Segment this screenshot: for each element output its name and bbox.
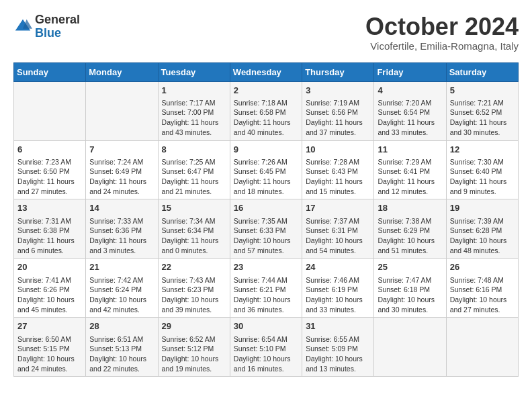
day-number: 27 [17, 320, 82, 332]
day-cell: 10Sunrise: 7:28 AMSunset: 6:43 PMDayligh… [302, 140, 374, 199]
week-row-1: 1Sunrise: 7:17 AMSunset: 7:00 PMDaylight… [14, 81, 519, 140]
day-cell: 30Sunrise: 6:54 AMSunset: 5:10 PMDayligh… [230, 318, 302, 377]
day-cell: 31Sunrise: 6:55 AMSunset: 5:09 PMDayligh… [302, 318, 374, 377]
day-info: Sunrise: 7:28 AMSunset: 6:43 PMDaylight:… [306, 157, 370, 197]
day-number: 24 [306, 261, 370, 273]
day-number: 22 [162, 261, 226, 273]
day-number: 13 [17, 202, 82, 214]
day-cell: 23Sunrise: 7:44 AMSunset: 6:21 PMDayligh… [230, 259, 302, 318]
day-info: Sunrise: 7:42 AMSunset: 6:24 PMDaylight:… [89, 275, 154, 315]
day-cell: 21Sunrise: 7:42 AMSunset: 6:24 PMDayligh… [86, 259, 158, 318]
day-info: Sunrise: 7:37 AMSunset: 6:31 PMDaylight:… [306, 216, 370, 256]
day-info: Sunrise: 7:34 AMSunset: 6:34 PMDaylight:… [162, 216, 226, 256]
day-info: Sunrise: 7:19 AMSunset: 6:56 PMDaylight:… [306, 98, 370, 138]
day-cell [446, 318, 518, 377]
day-info: Sunrise: 7:46 AMSunset: 6:19 PMDaylight:… [306, 275, 370, 315]
day-info: Sunrise: 7:47 AMSunset: 6:18 PMDaylight:… [378, 275, 442, 315]
day-cell: 29Sunrise: 6:52 AMSunset: 5:12 PMDayligh… [158, 318, 230, 377]
day-cell: 14Sunrise: 7:33 AMSunset: 6:36 PMDayligh… [86, 199, 158, 259]
day-number: 2 [234, 85, 298, 97]
day-number: 3 [306, 85, 370, 97]
day-number: 1 [162, 85, 226, 97]
header-row: SundayMondayTuesdayWednesdayThursdayFrid… [14, 62, 519, 81]
day-number: 7 [89, 144, 154, 156]
day-number: 23 [234, 261, 298, 273]
day-cell: 7Sunrise: 7:24 AMSunset: 6:49 PMDaylight… [86, 140, 158, 199]
day-cell: 28Sunrise: 6:51 AMSunset: 5:13 PMDayligh… [86, 318, 158, 377]
day-number: 31 [306, 320, 370, 332]
day-cell: 20Sunrise: 7:41 AMSunset: 6:26 PMDayligh… [14, 259, 86, 318]
title-block: October 2024 Vicofertile, Emilia-Romagna… [365, 13, 519, 52]
day-number: 16 [234, 202, 298, 214]
day-cell: 17Sunrise: 7:37 AMSunset: 6:31 PMDayligh… [302, 199, 374, 259]
day-info: Sunrise: 7:43 AMSunset: 6:23 PMDaylight:… [162, 275, 226, 315]
day-info: Sunrise: 7:29 AMSunset: 6:41 PMDaylight:… [378, 157, 442, 197]
day-cell: 13Sunrise: 7:31 AMSunset: 6:38 PMDayligh… [14, 199, 86, 259]
day-cell: 6Sunrise: 7:23 AMSunset: 6:50 PMDaylight… [14, 140, 86, 199]
header-cell-saturday: Saturday [446, 62, 518, 81]
day-number: 8 [162, 144, 226, 156]
logo-blue-text: Blue [35, 26, 61, 40]
day-cell: 15Sunrise: 7:34 AMSunset: 6:34 PMDayligh… [158, 199, 230, 259]
day-cell: 16Sunrise: 7:35 AMSunset: 6:33 PMDayligh… [230, 199, 302, 259]
day-info: Sunrise: 7:20 AMSunset: 6:54 PMDaylight:… [378, 98, 442, 138]
day-cell: 5Sunrise: 7:21 AMSunset: 6:52 PMDaylight… [446, 81, 518, 140]
day-cell: 27Sunrise: 6:50 AMSunset: 5:15 PMDayligh… [14, 318, 86, 377]
day-info: Sunrise: 7:25 AMSunset: 6:47 PMDaylight:… [162, 157, 226, 197]
day-number: 18 [378, 202, 442, 214]
day-info: Sunrise: 6:51 AMSunset: 5:13 PMDaylight:… [89, 334, 154, 374]
page-header: General Blue October 2024 Vicofertile, E… [13, 13, 519, 52]
day-info: Sunrise: 7:23 AMSunset: 6:50 PMDaylight:… [17, 157, 82, 197]
day-info: Sunrise: 7:38 AMSunset: 6:29 PMDaylight:… [378, 216, 442, 256]
location-subtitle: Vicofertile, Emilia-Romagna, Italy [365, 40, 519, 52]
day-info: Sunrise: 7:39 AMSunset: 6:28 PMDaylight:… [450, 216, 515, 256]
logo-general-text: General [35, 13, 80, 26]
day-number: 21 [89, 261, 154, 273]
day-number: 9 [234, 144, 298, 156]
day-info: Sunrise: 7:18 AMSunset: 6:58 PMDaylight:… [234, 98, 298, 138]
day-number: 17 [306, 202, 370, 214]
day-cell [374, 318, 446, 377]
day-number: 11 [378, 144, 442, 156]
day-cell: 11Sunrise: 7:29 AMSunset: 6:41 PMDayligh… [374, 140, 446, 199]
week-row-3: 13Sunrise: 7:31 AMSunset: 6:38 PMDayligh… [14, 199, 519, 259]
day-cell: 12Sunrise: 7:30 AMSunset: 6:40 PMDayligh… [446, 140, 518, 199]
day-cell: 2Sunrise: 7:18 AMSunset: 6:58 PMDaylight… [230, 81, 302, 140]
day-cell: 9Sunrise: 7:26 AMSunset: 6:45 PMDaylight… [230, 140, 302, 199]
week-row-5: 27Sunrise: 6:50 AMSunset: 5:15 PMDayligh… [14, 318, 519, 377]
header-cell-wednesday: Wednesday [230, 62, 302, 81]
day-info: Sunrise: 7:35 AMSunset: 6:33 PMDaylight:… [234, 216, 298, 256]
calendar-table: SundayMondayTuesdayWednesdayThursdayFrid… [13, 62, 519, 377]
day-info: Sunrise: 7:17 AMSunset: 7:00 PMDaylight:… [162, 98, 226, 138]
calendar-header: SundayMondayTuesdayWednesdayThursdayFrid… [14, 62, 519, 81]
day-cell: 3Sunrise: 7:19 AMSunset: 6:56 PMDaylight… [302, 81, 374, 140]
header-cell-thursday: Thursday [302, 62, 374, 81]
day-info: Sunrise: 7:26 AMSunset: 6:45 PMDaylight:… [234, 157, 298, 197]
month-title: October 2024 [365, 13, 519, 40]
day-cell: 19Sunrise: 7:39 AMSunset: 6:28 PMDayligh… [446, 199, 518, 259]
day-number: 30 [234, 320, 298, 332]
day-number: 12 [450, 144, 515, 156]
week-row-4: 20Sunrise: 7:41 AMSunset: 6:26 PMDayligh… [14, 259, 519, 318]
header-cell-tuesday: Tuesday [158, 62, 230, 81]
day-cell [86, 81, 158, 140]
day-cell: 18Sunrise: 7:38 AMSunset: 6:29 PMDayligh… [374, 199, 446, 259]
day-info: Sunrise: 6:54 AMSunset: 5:10 PMDaylight:… [234, 334, 298, 374]
day-number: 28 [89, 320, 154, 332]
day-number: 14 [89, 202, 154, 214]
day-info: Sunrise: 7:41 AMSunset: 6:26 PMDaylight:… [17, 275, 82, 315]
day-number: 26 [450, 261, 515, 273]
header-cell-sunday: Sunday [14, 62, 86, 81]
day-cell [14, 81, 86, 140]
day-info: Sunrise: 7:30 AMSunset: 6:40 PMDaylight:… [450, 157, 515, 197]
day-info: Sunrise: 7:24 AMSunset: 6:49 PMDaylight:… [89, 157, 154, 197]
day-number: 5 [450, 85, 515, 97]
day-number: 29 [162, 320, 226, 332]
day-info: Sunrise: 6:52 AMSunset: 5:12 PMDaylight:… [162, 334, 226, 374]
day-number: 10 [306, 144, 370, 156]
logo: General Blue [13, 13, 80, 40]
week-row-2: 6Sunrise: 7:23 AMSunset: 6:50 PMDaylight… [14, 140, 519, 199]
day-cell: 22Sunrise: 7:43 AMSunset: 6:23 PMDayligh… [158, 259, 230, 318]
day-cell: 8Sunrise: 7:25 AMSunset: 6:47 PMDaylight… [158, 140, 230, 199]
calendar-body: 1Sunrise: 7:17 AMSunset: 7:00 PMDaylight… [14, 81, 519, 377]
